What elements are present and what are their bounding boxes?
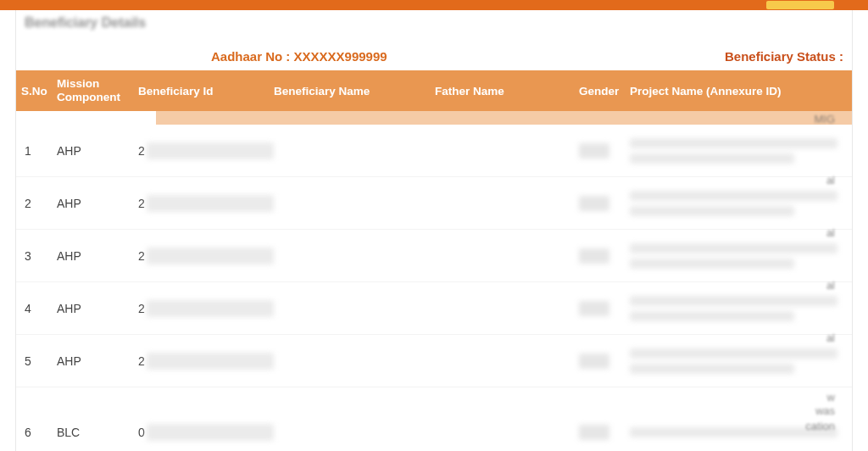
cell-gender — [579, 425, 630, 440]
blur-line — [630, 153, 794, 164]
blur-benid — [147, 424, 274, 441]
table-row: 6 BLC 0 cation — [16, 411, 852, 451]
table-body: 1 AHP 2 MIG 2 AHP 2 — [16, 125, 852, 451]
top-bar — [0, 0, 868, 10]
cell-mission: AHP — [53, 197, 138, 210]
header-benid: Beneficiary Id — [138, 85, 274, 97]
cell-project — [630, 243, 852, 269]
cell-sno: 4 — [16, 302, 53, 315]
cell-mission: AHP — [53, 249, 138, 263]
blur-line — [630, 243, 837, 253]
cell-mission: BLC — [53, 426, 138, 439]
table-row: 3 AHP 2 al — [16, 230, 852, 282]
blur-line — [630, 191, 837, 201]
edge-text: MIG — [814, 113, 835, 125]
cell-benid: 2 — [138, 300, 274, 317]
edge-text: al — [826, 279, 835, 292]
cell-sno: 3 — [16, 249, 53, 263]
top-button[interactable] — [766, 1, 834, 9]
blur-benid — [147, 195, 274, 212]
edge-text: cation — [805, 420, 835, 432]
table-row: 2 AHP 2 al — [16, 177, 852, 230]
header-father: Father Name — [435, 85, 579, 97]
cell-mission: AHP — [53, 144, 138, 158]
blur-gender — [579, 143, 609, 159]
blur-line — [630, 364, 794, 374]
header-mission: Mission Component — [53, 77, 138, 104]
cell-gender — [579, 248, 630, 264]
edge-text: al — [826, 331, 835, 344]
cell-benid: 2 — [138, 142, 274, 159]
cell-gender — [579, 143, 630, 159]
blur-line — [630, 206, 794, 216]
table-row: 5 AHP 2 al — [16, 335, 852, 387]
edge-text: al — [826, 226, 835, 239]
info-row: Aadhaar No : XXXXXX999999 Beneficiary St… — [16, 39, 852, 70]
cell-sno: 6 — [16, 426, 53, 439]
cell-gender — [579, 196, 630, 211]
edge-text: al — [826, 174, 835, 187]
cell-project — [630, 191, 852, 216]
cell-sno: 2 — [16, 197, 53, 210]
status-label: Beneficiary Status : — [725, 49, 843, 64]
cell-sno: 1 — [16, 144, 53, 158]
aadhaar-label: Aadhaar No : XXXXXX999999 — [211, 49, 387, 64]
cell-gender — [579, 354, 630, 369]
header-project: Project Name (Annexure ID) — [630, 85, 852, 97]
page-title: Beneficiary Details — [16, 10, 852, 39]
cell-benid: 0 — [138, 424, 274, 441]
cell-benid: 2 — [138, 195, 274, 212]
content-container: Beneficiary Details Aadhaar No : XXXXXX9… — [15, 10, 853, 451]
blur-line — [630, 138, 837, 148]
cell-mission: AHP — [53, 302, 138, 315]
cell-project — [630, 138, 852, 164]
blur-benid — [147, 248, 274, 264]
blur-gender — [579, 196, 609, 211]
cell-project — [630, 348, 852, 374]
edge-text: w — [827, 391, 835, 404]
header-sub-bar — [156, 111, 852, 125]
blur-benid — [147, 353, 274, 370]
cell-benid: 2 — [138, 353, 274, 370]
table-header: S.No Mission Component Beneficiary Id Be… — [16, 70, 852, 111]
table-row: 1 AHP 2 MIG — [16, 125, 852, 177]
blur-line — [630, 348, 837, 359]
blur-line — [630, 296, 837, 306]
header-gender: Gender — [579, 85, 630, 97]
cell-project — [630, 296, 852, 321]
table-row: 4 AHP 2 al — [16, 282, 852, 335]
cell-gender — [579, 301, 630, 316]
header-benname: Beneficiary Name — [274, 85, 435, 97]
header-sno: S.No — [16, 85, 53, 97]
blur-line — [630, 259, 794, 269]
blur-gender — [579, 425, 609, 440]
blur-benid — [147, 142, 274, 159]
cell-mission: AHP — [53, 354, 138, 368]
blur-line — [630, 311, 794, 321]
cell-sno: 5 — [16, 354, 53, 368]
cell-benid: 2 — [138, 248, 274, 264]
blur-gender — [579, 248, 609, 264]
blur-benid — [147, 300, 274, 317]
blur-gender — [579, 354, 609, 369]
blur-gender — [579, 301, 609, 316]
